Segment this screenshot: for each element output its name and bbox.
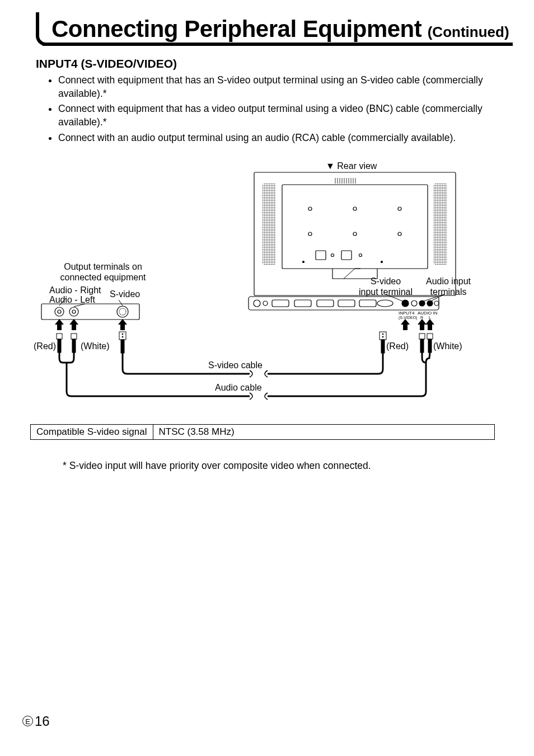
svg-rect-59 bbox=[419, 334, 425, 339]
svg-point-19 bbox=[398, 232, 401, 236]
svg-point-36 bbox=[411, 300, 417, 306]
svg-point-50 bbox=[119, 308, 126, 315]
svg-line-68 bbox=[74, 304, 85, 307]
svg-rect-54 bbox=[72, 339, 76, 353]
svg-point-14 bbox=[308, 207, 312, 210]
bullet-item: Connect with equipment that has an S-vid… bbox=[58, 74, 518, 100]
svg-rect-61 bbox=[427, 334, 433, 339]
svg-rect-51 bbox=[57, 334, 62, 339]
svg-rect-53 bbox=[71, 334, 77, 339]
diagram-svg bbox=[30, 161, 495, 424]
svg-point-17 bbox=[308, 232, 312, 236]
page-number-prefix-icon: E bbox=[22, 716, 33, 726]
svg-point-28 bbox=[263, 301, 268, 306]
connection-diagram: ▼ Rear view Output terminals on connecte… bbox=[30, 161, 495, 424]
page-number-value: 16 bbox=[35, 713, 50, 729]
svg-point-49 bbox=[117, 306, 128, 317]
svg-rect-33 bbox=[359, 300, 376, 307]
svg-rect-56 bbox=[121, 340, 124, 353]
svg-point-27 bbox=[254, 300, 260, 307]
svg-rect-63 bbox=[380, 332, 386, 340]
svg-point-57 bbox=[122, 334, 123, 335]
svg-rect-26 bbox=[249, 297, 439, 310]
svg-point-34 bbox=[377, 300, 393, 307]
svg-rect-0 bbox=[254, 172, 456, 295]
compat-label: Compatible S-video signal bbox=[31, 425, 153, 439]
svg-point-16 bbox=[398, 207, 401, 210]
svg-point-66 bbox=[382, 336, 383, 337]
bullet-item: Connect with equipment that has a video … bbox=[58, 102, 518, 129]
svg-point-58 bbox=[122, 336, 123, 337]
svg-line-67 bbox=[59, 298, 66, 306]
svg-point-48 bbox=[72, 310, 76, 313]
svg-point-45 bbox=[55, 307, 64, 316]
svg-point-24 bbox=[303, 261, 305, 263]
svg-point-46 bbox=[58, 310, 61, 313]
svg-rect-31 bbox=[317, 300, 334, 307]
compat-table: Compatible S-video signal NTSC (3.58 MHz… bbox=[30, 424, 495, 440]
page-title-main: Connecting Peripheral Equipment bbox=[51, 16, 421, 42]
footnote: * S-video input will have priority over … bbox=[63, 460, 518, 472]
svg-rect-64 bbox=[381, 340, 385, 353]
svg-rect-62 bbox=[428, 339, 432, 353]
page-number: E16 bbox=[22, 713, 50, 729]
svg-rect-30 bbox=[294, 300, 311, 307]
svg-point-39 bbox=[434, 301, 439, 306]
title-bracket-icon bbox=[36, 12, 48, 46]
svg-rect-55 bbox=[119, 332, 126, 340]
svg-point-47 bbox=[69, 307, 78, 316]
page-title: Connecting Peripheral Equipment (Continu… bbox=[36, 16, 518, 43]
svg-rect-32 bbox=[338, 300, 355, 307]
bullet-list: Connect with equipment that has an S-vid… bbox=[36, 74, 518, 144]
svg-rect-52 bbox=[58, 339, 61, 353]
svg-rect-3 bbox=[434, 184, 447, 265]
svg-rect-23 bbox=[341, 251, 352, 260]
svg-rect-29 bbox=[272, 300, 289, 307]
svg-rect-1 bbox=[282, 185, 428, 269]
section-heading: INPUT4 (S-VIDEO/VIDEO) bbox=[36, 57, 518, 71]
svg-point-20 bbox=[331, 254, 334, 257]
svg-rect-2 bbox=[263, 184, 276, 265]
svg-line-69 bbox=[119, 300, 123, 306]
svg-point-25 bbox=[381, 261, 383, 263]
compat-value: NTSC (3.58 MHz) bbox=[153, 425, 495, 439]
svg-point-15 bbox=[353, 207, 357, 210]
svg-point-65 bbox=[382, 334, 383, 335]
svg-point-21 bbox=[359, 254, 362, 257]
svg-rect-60 bbox=[420, 339, 424, 353]
bullet-item: Connect with an audio output terminal us… bbox=[58, 132, 518, 145]
svg-point-18 bbox=[353, 232, 357, 236]
page-title-continued: (Continued) bbox=[428, 24, 509, 40]
svg-rect-22 bbox=[316, 251, 326, 260]
